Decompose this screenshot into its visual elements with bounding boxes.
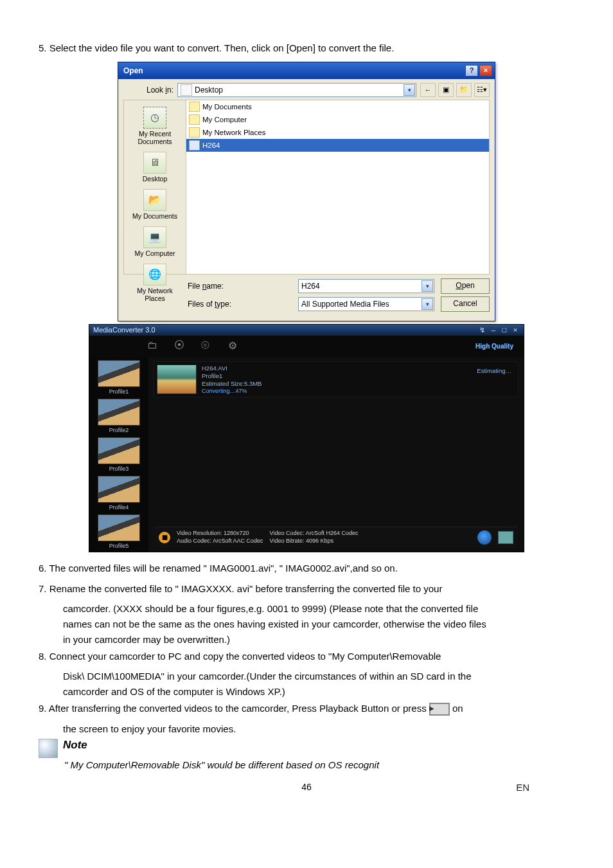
high-quality-label: High Quality [475, 343, 513, 350]
help-button[interactable]: ? [465, 65, 478, 77]
mc-toolbar: 🗀 ⦿ ⦾ ⚙ High Quality [89, 336, 524, 357]
item-progress: Converting…47% [202, 388, 262, 394]
place-mydocs[interactable]: 📂 My Documents [127, 186, 183, 222]
step-7-line: in your camcorder may be overwritten.) [39, 633, 574, 647]
arrow-left-icon: ← [425, 86, 432, 94]
mycomp-icon: 💻 [143, 226, 166, 248]
cancel-button[interactable]: Cancel [441, 296, 490, 312]
profile2[interactable]: Profile2 [92, 399, 146, 433]
file-list[interactable]: My Documents My Computer My Network Plac… [186, 100, 490, 275]
step-7-line: camcorder. (XXXX should be a four figure… [39, 602, 574, 616]
item-filename: H264.AVI [202, 365, 262, 372]
profile1[interactable]: Profile1 [92, 360, 146, 395]
up-button[interactable]: ▣ [438, 83, 454, 97]
arrow-up-icon: ▣ [443, 86, 449, 94]
place-mycomp[interactable]: 💻 My Computer [127, 224, 183, 260]
list-item[interactable]: My Documents [186, 100, 489, 113]
place-recent[interactable]: ◷ My Recent Documents [127, 104, 183, 148]
new-folder-button[interactable]: 📁 [456, 83, 472, 97]
close-button[interactable]: × [511, 326, 520, 334]
chevron-down-icon[interactable]: ▾ [404, 84, 415, 96]
folder-icon [189, 127, 200, 138]
status-video-codec: Video Codec: ArcSoft H264 Codec [270, 530, 359, 538]
profile5[interactable]: Profile5 [92, 514, 146, 549]
status-audio-codec: Audio Codec: ArcSoft AAC Codec [177, 538, 263, 545]
step-9-line: the screen to enjoy your favorite movies… [39, 722, 574, 736]
profile-thumb [98, 476, 140, 503]
open-dialog-title: Open [123, 66, 143, 75]
step-7-line: names can not be the same as the ones ha… [39, 617, 574, 631]
folder-icon [189, 102, 200, 112]
lookin-select[interactable]: Desktop ▾ [177, 83, 416, 97]
chevron-down-icon[interactable]: ▾ [422, 298, 433, 310]
step-9: 9. After transferring the converted vide… [39, 701, 574, 716]
recent-icon: ◷ [143, 107, 166, 129]
mc-titlebar[interactable]: MediaConverter 3.0 ↯ – □ × [89, 325, 524, 336]
profile-thumb [98, 437, 140, 464]
profile4[interactable]: Profile4 [92, 476, 146, 511]
item-profile: Profile1 [202, 372, 262, 379]
minimize-button[interactable]: – [489, 326, 498, 334]
playback-icon: ▶ [429, 703, 450, 716]
profile3[interactable]: Profile3 [92, 437, 146, 472]
mediaconverter-window: MediaConverter 3.0 ↯ – □ × 🗀 ⦿ ⦾ ⚙ High … [89, 324, 524, 552]
places-bar: ◷ My Recent Documents 🖥 Desktop 📂 My Doc… [123, 100, 186, 275]
note-body: " My Computer\Removable Disk" would be d… [39, 759, 574, 770]
filename-label: File name: [123, 282, 298, 291]
step-8-line: camcorder and OS of the computer is Wind… [39, 685, 574, 699]
settings-icon[interactable]: ⚙ [228, 339, 242, 354]
step-7: 7. Rename the converted file to " IMAGXX… [39, 582, 574, 596]
profile-thumb [98, 360, 140, 387]
lookin-value: Desktop [195, 86, 223, 95]
open-button[interactable]: Open [441, 278, 490, 294]
note-icon [39, 739, 58, 758]
mydocs-icon: 📂 [143, 189, 166, 211]
profile-sidebar: Profile1 Profile2 Profile3 Profile4 Prof… [89, 357, 148, 552]
list-item[interactable]: My Network Places [186, 126, 489, 139]
mc-statusbar: ◼ Video Resolution: 1280x720 Audio Codec… [154, 527, 519, 547]
open-dialog-titlebar[interactable]: Open ? × [118, 62, 495, 79]
output-device-icon[interactable] [498, 531, 513, 544]
views-icon: ☷▾ [477, 86, 487, 94]
add-disc-icon[interactable]: ⦿ [174, 339, 188, 354]
close-button[interactable]: × [479, 65, 492, 77]
chevron-down-icon[interactable]: ▾ [422, 280, 433, 292]
profile-thumb [98, 514, 140, 541]
connect-icon[interactable]: ↯ [478, 326, 487, 334]
back-button[interactable]: ← [420, 83, 436, 97]
step-8: 8. Connect your camcorder to PC and copy… [39, 649, 574, 664]
add-file-icon[interactable]: 🗀 [147, 339, 161, 354]
mc-main: H264.AVI Profile1 Estimated Size:5.3MB C… [148, 357, 524, 552]
step-5: 5. Select the video file you want to con… [39, 41, 574, 55]
mc-title-text: MediaConverter 3.0 [93, 326, 155, 334]
filename-input[interactable]: H264 ▾ [298, 279, 434, 293]
profile-thumb [98, 399, 140, 426]
folder-icon [189, 140, 200, 150]
filetype-label: Files of type: [123, 300, 298, 309]
filetype-select[interactable]: All Supported Media Files ▾ [298, 297, 434, 311]
item-estimating: Estimating… [477, 365, 515, 374]
add-url-icon[interactable]: ⦾ [201, 339, 215, 354]
queue-item[interactable]: H264.AVI Profile1 Estimated Size:5.3MB C… [154, 361, 519, 397]
desktop-place-icon: 🖥 [143, 152, 166, 174]
step-6: 6. The converted files will be renamed "… [39, 561, 574, 575]
lookin-label: Look in: [123, 86, 177, 95]
note-heading: Note [63, 739, 87, 752]
status-video-bitrate: Video Bitrate: 4096 Kbps [270, 538, 359, 545]
new-folder-icon: 📁 [459, 86, 468, 94]
views-button[interactable]: ☷▾ [474, 83, 490, 97]
list-item[interactable]: My Computer [186, 113, 489, 126]
item-size: Estimated Size:5.3MB [202, 380, 262, 387]
lang-label: EN [516, 782, 529, 793]
open-dialog: Open ? × Look in: Desktop ▾ ← ▣ 📁 ☷▾ ◷ [118, 62, 495, 321]
record-icon[interactable] [477, 530, 492, 545]
open-dialog-toolbar: ← ▣ 📁 ☷▾ [420, 83, 490, 97]
folder-icon [189, 114, 200, 125]
place-desktop[interactable]: 🖥 Desktop [127, 149, 183, 185]
stop-button[interactable]: ◼ [159, 532, 170, 543]
desktop-icon [181, 84, 192, 96]
step-8-line: Disk\ DCIM\100MEDIA" in your camcorder.(… [39, 669, 574, 683]
maximize-button[interactable]: □ [500, 326, 509, 334]
list-item-selected[interactable]: H264 [186, 139, 489, 152]
page-number: 46 [39, 782, 574, 792]
